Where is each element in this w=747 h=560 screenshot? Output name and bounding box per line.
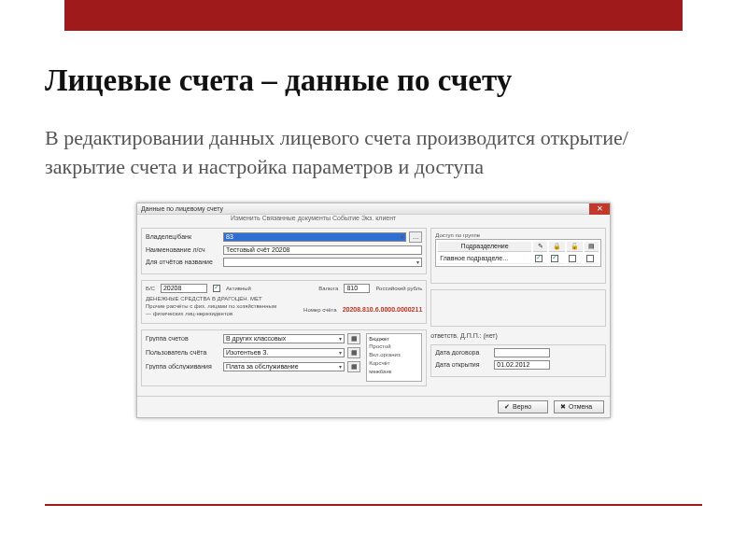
budget-list[interactable]: Бюджет Простой Вкл.организ Корсчёт межба… (366, 333, 422, 382)
close-icon[interactable]: ✕ (589, 203, 610, 215)
service-edit-icon[interactable]: ▦ (347, 361, 360, 372)
cancel-icon: ✖ (560, 401, 566, 413)
section-title: ДЕНЕЖНЫЕ СРЕДСТВА В ДРАГОЦЕН. МЕТ (146, 295, 422, 302)
contract-date-field[interactable] (494, 348, 550, 357)
perm-icon-4: ▤ (588, 243, 595, 249)
perm-icon-2: 🔒 (553, 243, 561, 249)
report-name-label: Для отчётов название (146, 259, 220, 265)
perm-check-3[interactable] (569, 255, 576, 262)
permissions-table: Подразделение ✎ 🔒 🔓 ▤ Главное подразделе… (435, 239, 601, 267)
table-row: Главное подразделе… (438, 254, 599, 264)
group-field[interactable]: В других классовых (223, 334, 345, 343)
section-sub2: — физических лиц-нерезидентов (146, 310, 298, 317)
slide-top-bar (64, 0, 683, 31)
user-edit-icon[interactable]: ▦ (347, 347, 360, 358)
perm-check-1[interactable] (535, 255, 543, 262)
responsible-note: ответств. Д.П.П.: (нет) (430, 332, 606, 339)
active-label: Активный (226, 285, 251, 292)
perm-col-header: Подразделение (438, 242, 531, 252)
open-date-label: Дата открытия (435, 361, 491, 368)
dialog-menu[interactable]: Изменить Связанные документы Событие Экз… (137, 215, 610, 224)
client-lookup-icon[interactable]: … (409, 231, 422, 243)
contract-date-label: Дата договора (435, 349, 491, 356)
bs-field[interactable]: 20208 (161, 284, 207, 293)
group-label: Группа счетов (146, 335, 220, 342)
client-field[interactable]: 83 (223, 232, 406, 242)
perm-icon-1: ✎ (538, 243, 543, 249)
open-date-field[interactable]: 01.02.2012 (494, 360, 550, 370)
check-icon: ✔ (504, 401, 510, 413)
currency-field[interactable]: 810 (344, 284, 370, 293)
slide-title: Лицевые счета – данные по счету (45, 63, 702, 98)
perm-icon-3: 🔓 (571, 243, 579, 249)
user-label: Пользователь счёта (146, 349, 220, 356)
name-label: Наименование л/сч (146, 246, 220, 253)
currency-label: Валюта (318, 285, 338, 292)
dialog-title: Данные по лицевому счету (141, 205, 223, 212)
group-edit-icon[interactable]: ▦ (347, 333, 360, 344)
section-sub1: Прочие расчёты с физ. лицами по хозяйств… (146, 302, 298, 310)
dialog-window: Данные по лицевому счету ✕ Изменить Связ… (136, 203, 611, 418)
ok-button[interactable]: ✔ Верно (498, 400, 548, 413)
perm-check-4[interactable] (586, 255, 594, 262)
perm-check-2[interactable] (551, 255, 558, 262)
service-field[interactable]: Плата за обслуживание (223, 362, 345, 371)
acct-no-label: Номер счёта (303, 306, 337, 314)
embedded-screenshot: Данные по лицевому счету ✕ Изменить Связ… (136, 203, 611, 418)
service-label: Группа обслуживания (146, 363, 220, 370)
perm-title: Доступ по группе (435, 231, 601, 239)
cancel-button[interactable]: ✖ Отмена (554, 400, 604, 413)
name-field[interactable]: Тестовый счёт 20208 (223, 245, 422, 255)
active-checkbox[interactable] (213, 285, 220, 292)
slide-divider (45, 504, 702, 506)
bs-label: Б/С (146, 285, 155, 292)
slide-content: Лицевые счета – данные по счету В редакт… (45, 63, 702, 418)
report-name-field[interactable] (223, 258, 422, 267)
dialog-titlebar: Данные по лицевому счету ✕ (137, 203, 610, 215)
client-label: Владелец/банк (146, 233, 220, 240)
currency-name: Российский рубль (375, 285, 422, 292)
user-field[interactable]: Изотентьев З. (223, 348, 345, 357)
acct-no-value: 20208.810.6.0000.0000211 (343, 306, 423, 313)
slide-subtitle: В редактировании данных лицевого счета п… (45, 124, 702, 182)
